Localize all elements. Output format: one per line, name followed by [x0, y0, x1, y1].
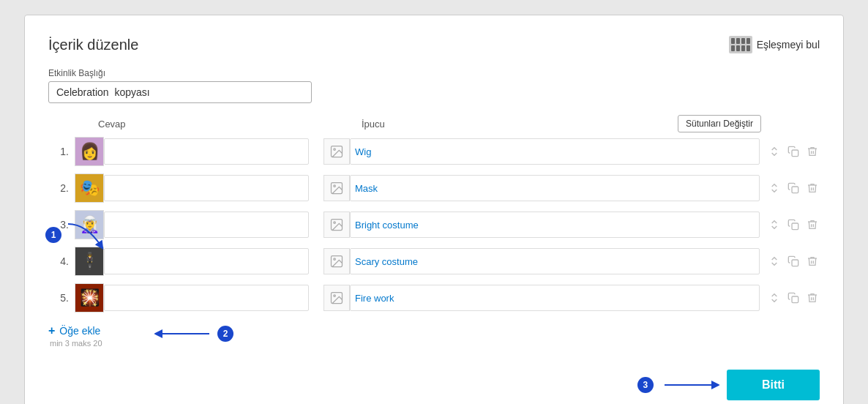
row-number: 4. [48, 255, 69, 267]
move-button[interactable] [767, 144, 782, 159]
copy-button[interactable] [786, 291, 801, 305]
delete-button[interactable] [805, 291, 820, 305]
table-row: 3. 🧝‍♀️ [48, 209, 820, 241]
hint-input[interactable] [350, 138, 760, 165]
table-row: 4. 🕴 [48, 245, 820, 277]
row-actions [767, 291, 820, 305]
delete-button[interactable] [805, 217, 820, 232]
match-button-label: Eşleşmeyi bul [757, 39, 820, 50]
hint-input[interactable] [350, 285, 760, 311]
match-icon [729, 36, 752, 53]
svg-rect-5 [792, 187, 798, 193]
col-hint-header: İpucu [362, 118, 678, 130]
hint-cell [323, 248, 760, 274]
row-number: 2. [48, 182, 69, 194]
footer: 3 Bitti [48, 370, 820, 400]
hint-input[interactable] [350, 248, 760, 274]
hint-image-icon[interactable] [323, 285, 350, 311]
row-actions [767, 254, 820, 269]
answer-input[interactable] [104, 248, 309, 274]
done-button[interactable]: Bitti [727, 370, 820, 400]
row-actions [767, 144, 820, 159]
row-number: 1. [48, 146, 69, 157]
hint-cell [323, 212, 760, 238]
table-row: 2. 🎭 [48, 172, 820, 204]
table-row: 5. 🎇 [48, 282, 820, 314]
panel-header: İçerik düzenle Eşleşmeyi bul [48, 36, 820, 53]
answer-input[interactable] [104, 212, 309, 238]
move-button[interactable] [767, 217, 782, 232]
hint-cell [323, 285, 760, 311]
answer-cell: 🎇 [75, 283, 309, 313]
rows-container: 1. 👩 [48, 135, 820, 314]
add-item-button[interactable]: + Öğe ekle [48, 324, 100, 337]
hint-image-icon[interactable] [323, 248, 350, 274]
hint-image-icon[interactable] [323, 212, 350, 238]
col-answer-header: Cevap [98, 118, 347, 130]
delete-button[interactable] [805, 254, 820, 269]
move-button[interactable] [767, 291, 782, 305]
answer-cell: 🧝‍♀️ [75, 210, 309, 239]
hint-image-icon[interactable] [323, 175, 350, 201]
svg-point-13 [334, 295, 336, 297]
copy-button[interactable] [786, 144, 801, 159]
main-panel: İçerik düzenle Eşleşmeyi bul Etkinlik Ba… [24, 15, 844, 404]
table-area: Cevap İpucu Sütunları Değiştir 1. 👩 [48, 115, 820, 314]
panel-title: İçerik düzenle [48, 37, 138, 53]
svg-point-4 [334, 185, 336, 187]
hint-input[interactable] [350, 175, 760, 201]
answer-cell: 🕴 [75, 247, 309, 276]
copy-button[interactable] [786, 181, 801, 195]
row-actions [767, 217, 820, 232]
svg-point-10 [334, 258, 336, 261]
row-number: 3. [48, 219, 69, 231]
answer-cell: 🎭 [75, 173, 309, 203]
delete-button[interactable] [805, 144, 820, 159]
hint-input[interactable] [350, 212, 760, 238]
answer-thumbnail: 🎇 [75, 283, 104, 313]
add-item-label: Öğe ekle [59, 325, 100, 337]
field-label: Etkinlik Başlığı [48, 68, 820, 78]
arrow3 [661, 378, 719, 392]
answer-cell: 👩 [75, 137, 309, 166]
svg-point-1 [334, 149, 336, 151]
svg-rect-8 [792, 223, 798, 230]
svg-point-7 [334, 222, 336, 224]
table-row: 1. 👩 [48, 135, 820, 168]
activity-title-group: Etkinlik Başlığı [48, 68, 820, 103]
row-actions [767, 181, 820, 195]
answer-thumbnail: 🎭 [75, 173, 104, 203]
svg-rect-2 [792, 150, 798, 157]
badge3: 3 [637, 377, 654, 393]
move-button[interactable] [767, 181, 782, 195]
hint-cell [323, 175, 760, 201]
delete-button[interactable] [805, 181, 820, 195]
table-header: Cevap İpucu Sütunları Değiştir [48, 115, 820, 132]
answer-input[interactable] [104, 285, 309, 311]
answer-input[interactable] [104, 138, 309, 165]
answer-input[interactable] [104, 175, 309, 201]
switch-cols-button[interactable]: Sütunları Değiştir [678, 115, 761, 132]
svg-rect-11 [792, 260, 798, 266]
row-number: 5. [48, 292, 69, 304]
answer-thumbnail: 🧝‍♀️ [75, 210, 104, 239]
hint-cell [323, 138, 760, 165]
answer-thumbnail: 👩 [75, 137, 104, 166]
copy-button[interactable] [786, 217, 801, 232]
move-button[interactable] [767, 254, 782, 269]
min-max-label: min 3 maks 20 [50, 339, 820, 348]
match-button[interactable]: Eşleşmeyi bul [729, 36, 820, 53]
copy-button[interactable] [786, 254, 801, 269]
activity-title-input[interactable] [48, 81, 312, 103]
svg-rect-14 [792, 296, 798, 303]
plus-icon: + [48, 324, 55, 337]
hint-image-icon[interactable] [323, 138, 350, 165]
answer-thumbnail: 🕴 [75, 247, 104, 276]
